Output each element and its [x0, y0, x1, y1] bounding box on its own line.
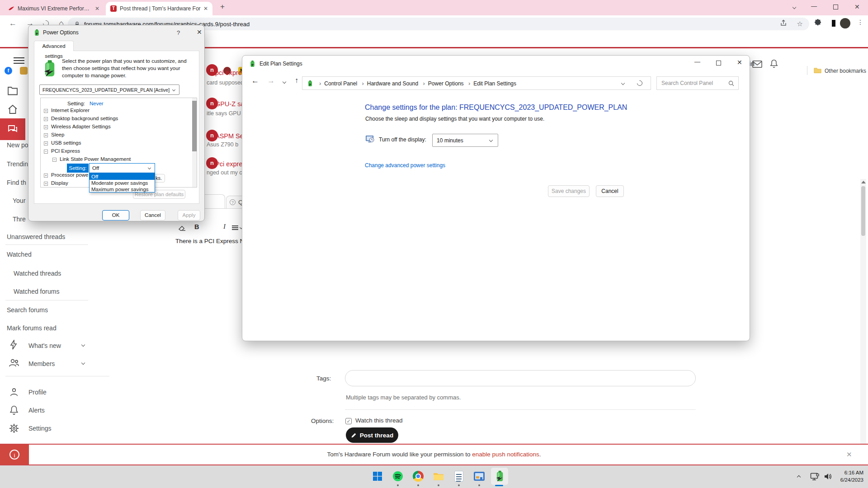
thread-link[interactable]: ASPM Set — [215, 132, 245, 140]
chevron-down-icon[interactable] — [81, 343, 85, 347]
tree-item[interactable]: Desktop background settings — [51, 116, 118, 121]
tree-item[interactable]: Sleep — [51, 132, 64, 137]
italic-icon[interactable]: I — [223, 223, 226, 230]
watch-thread-checkbox[interactable]: ✓ — [345, 418, 352, 424]
sidebar-item-settings[interactable]: Settings — [28, 425, 52, 432]
expand-icon[interactable]: + — [44, 109, 48, 113]
other-bookmarks-folder-icon[interactable] — [814, 67, 821, 74]
tab-close-icon[interactable]: ✕ — [203, 5, 208, 12]
browser-menu-icon[interactable]: ⋮ — [857, 19, 863, 26]
tree-item[interactable]: Wireless Adapter Settings — [51, 124, 111, 129]
breadcrumb-power-options[interactable]: Power Options — [428, 80, 464, 87]
search-box[interactable] — [656, 76, 739, 90]
remove-format-icon[interactable] — [178, 224, 186, 231]
profile-avatar[interactable] — [840, 18, 850, 28]
chevron-down-icon[interactable] — [621, 81, 625, 85]
help-icon[interactable]: ? — [177, 29, 180, 36]
sidebar-item-alerts[interactable]: Alerts — [28, 407, 45, 414]
chevron-down-icon[interactable] — [81, 361, 85, 365]
scrollbar-thumb[interactable] — [192, 101, 197, 151]
apply-button[interactable]: Apply — [178, 210, 200, 221]
taskbar-power-options-active[interactable] — [491, 467, 509, 485]
ok-button[interactable]: OK — [102, 210, 129, 221]
window-maximize-button[interactable] — [833, 5, 838, 9]
scrollbar-thumb[interactable] — [861, 186, 865, 236]
dialog-close-icon[interactable]: ✕ — [197, 28, 202, 36]
post-body-text[interactable]: There is a PCI Express N — [175, 238, 244, 244]
sidebar-item-watched-threads[interactable]: Watched threads — [14, 270, 61, 277]
window-minimize-button[interactable]: — — [694, 58, 700, 65]
up-icon[interactable]: ↑ — [295, 76, 298, 84]
display-timeout-select[interactable]: 10 minutes — [432, 134, 498, 147]
cancel-button[interactable]: Cancel — [140, 210, 165, 221]
inbox-mail-icon[interactable] — [752, 60, 762, 68]
breadcrumb-edit-plan-settings[interactable]: Edit Plan Settings — [473, 80, 516, 87]
tree-item-processor[interactable]: Processor powe — [51, 172, 88, 178]
expand-icon[interactable]: + — [44, 133, 48, 137]
advanced-power-settings-link[interactable]: Change advanced power settings — [365, 162, 445, 169]
dropdown-option-off[interactable]: Off — [90, 174, 155, 180]
home-icon[interactable] — [7, 104, 18, 115]
collapse-icon[interactable]: − — [44, 150, 48, 154]
taskbar-chrome[interactable] — [409, 467, 427, 485]
window-minimize-button[interactable]: — — [811, 3, 817, 9]
breadcrumb-hardware-and-sound[interactable]: Hardware and Sound — [367, 80, 418, 87]
align-icon[interactable] — [232, 225, 238, 231]
breadcrumb[interactable]: ›Control Panel ›Hardware and Sound ›Powe… — [302, 76, 651, 90]
bold-icon[interactable]: B — [194, 223, 199, 230]
tree-item-link-state[interactable]: Link State Power Management — [60, 156, 131, 162]
sidebar-item-trending[interactable]: Trendin — [7, 160, 28, 168]
thread-link[interactable]: Pci expres — [215, 160, 246, 168]
tree-scrollbar[interactable] — [192, 98, 197, 187]
window-maximize-button[interactable] — [716, 61, 721, 66]
collapse-icon[interactable]: − — [52, 158, 57, 162]
alerts-bell-icon[interactable] — [769, 59, 778, 69]
clock[interactable]: 6:16 AM 6/24/2023 — [840, 469, 863, 483]
bookmark-favicon[interactable] — [20, 67, 28, 75]
window-close-button[interactable]: ✕ — [854, 3, 860, 10]
taskbar-spotify[interactable] — [389, 467, 407, 485]
refresh-icon[interactable] — [636, 80, 644, 87]
network-display-icon[interactable] — [810, 473, 819, 481]
tray-expand-icon[interactable] — [797, 475, 801, 479]
sidebar-item-profile[interactable]: Profile — [28, 389, 47, 396]
back-icon[interactable]: ← — [251, 76, 259, 85]
volume-icon[interactable] — [824, 473, 832, 480]
browser-tab-2[interactable]: T Post thread | Tom's Hardware For ✕ — [106, 2, 212, 15]
tab-search-icon[interactable] — [793, 5, 796, 9]
taskbar-file-explorer[interactable] — [429, 467, 448, 485]
sidebar-item-watched[interactable]: Watched — [7, 251, 32, 258]
expand-icon[interactable]: + — [44, 174, 48, 178]
sidebar-item-search-forums[interactable]: Search forums — [7, 306, 48, 314]
other-bookmarks-label[interactable]: Other bookmarks — [825, 68, 866, 74]
dropdown-option-moderate[interactable]: Moderate power savings — [90, 180, 155, 186]
bookmark-favicon[interactable]: f — [5, 67, 12, 75]
scrollbar[interactable] — [860, 179, 866, 444]
extension-icon[interactable] — [829, 20, 835, 27]
taskbar-notepad[interactable] — [450, 467, 468, 485]
breadcrumb-control-panel[interactable]: Control Panel — [324, 80, 357, 87]
sidebar-item-threads[interactable]: Thre — [13, 216, 26, 223]
expand-icon[interactable]: + — [44, 182, 48, 186]
enable-notifications-link[interactable]: enable push notifications — [472, 451, 539, 458]
tree-item[interactable]: Internet Explorer — [51, 108, 90, 113]
search-icon[interactable] — [728, 80, 734, 86]
tab-close-icon[interactable]: ✕ — [95, 5, 99, 12]
browser-tab-1[interactable]: Maximus VI Extreme Performance ✕ — [4, 2, 104, 15]
window-close-button[interactable]: ✕ — [737, 59, 742, 66]
forum-menu-icon[interactable] — [14, 56, 24, 66]
setting-combobox[interactable]: Off — [89, 163, 155, 173]
dropdown-option-maximum[interactable]: Maximum power savings — [90, 186, 155, 192]
forums-folder-icon[interactable] — [7, 86, 18, 95]
back-icon[interactable]: ← — [9, 19, 17, 28]
tree-item-display[interactable]: Display — [51, 180, 68, 186]
taskbar-start-button[interactable] — [368, 467, 387, 485]
bookmark-star-icon[interactable]: ☆ — [797, 20, 803, 28]
sidebar-item-new-posts[interactable]: New po — [7, 141, 28, 149]
post-thread-button[interactable]: Post thread — [346, 427, 398, 443]
scroll-up-icon[interactable] — [861, 181, 866, 183]
tree-item-pci-express[interactable]: PCI Express — [51, 148, 80, 154]
taskbar-monitor-app[interactable] — [470, 467, 488, 485]
search-input[interactable] — [657, 77, 725, 89]
chevron-down-icon[interactable] — [283, 80, 286, 84]
